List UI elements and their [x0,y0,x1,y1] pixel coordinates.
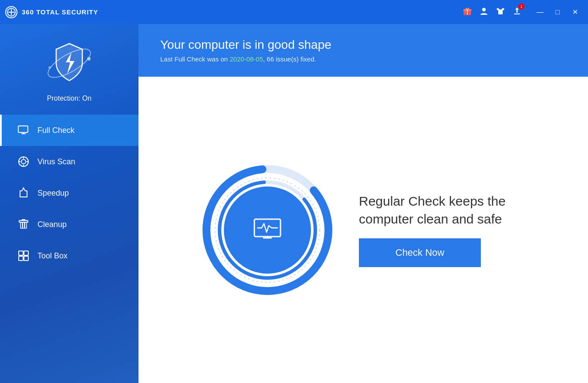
upload-badge: 1 [518,3,524,10]
app-title: 360 TOTAL SECURITY [22,8,98,16]
svg-point-10 [48,66,51,69]
svg-rect-7 [514,14,520,14]
cta-area: Regular Check keeps the computer clean a… [359,193,524,267]
upload-icon[interactable]: 1 [512,6,522,18]
header-banner: Your computer is in good shape Last Full… [139,24,588,77]
nav-label-speedup: Speedup [37,189,69,198]
header-subtitle: Last Full Check was on 2020-08-05, 66 is… [160,55,566,63]
svg-point-6 [482,8,486,11]
sidebar: Protection: On Full Check [0,24,139,383]
shield-logo [43,37,95,89]
virus-scan-icon [17,156,30,168]
header-subtitle-suffix: , 66 issue(s) fixed. [263,55,316,63]
svg-point-21 [23,188,24,189]
cleanup-icon [17,218,30,230]
nav-item-tool-box[interactable]: Tool Box [0,240,139,271]
title-bar: 360 TOTAL SECURITY [0,0,588,24]
content-area: Your computer is in good shape Last Full… [139,24,588,383]
shirt-icon[interactable] [496,6,505,18]
svg-rect-24 [23,222,24,228]
nav-label-cleanup: Cleanup [37,220,67,229]
svg-rect-28 [24,251,28,255]
protection-status: Protection: On [47,95,91,102]
nav-item-full-check[interactable]: Full Check [0,115,139,146]
main-layout: Protection: On Full Check [0,24,588,383]
nav-label-virus-scan: Virus Scan [37,157,75,166]
nav-label-tool-box: Tool Box [37,251,68,261]
nav-item-cleanup[interactable]: Cleanup [0,209,139,240]
gift-icon[interactable] [463,6,472,18]
svg-rect-29 [19,256,23,261]
svg-rect-25 [25,222,27,228]
toolbox-icon [17,250,30,262]
nav-item-virus-scan[interactable]: Virus Scan [0,146,139,177]
check-now-button[interactable]: Check Now [359,238,481,267]
chart-center [224,186,311,274]
close-button[interactable]: ✕ [567,4,583,20]
svg-rect-30 [24,256,28,261]
header-title: Your computer is in good shape [160,38,566,52]
app-logo [5,6,17,18]
nav-label-full-check: Full Check [37,126,74,135]
full-check-icon [17,124,30,136]
svg-rect-23 [20,222,22,228]
minimize-button[interactable]: — [532,4,548,20]
window-controls: — □ ✕ [532,4,583,20]
user-icon[interactable] [479,6,489,18]
main-content: Regular Check keeps the computer clean a… [139,77,588,383]
header-date: 2020-08-05 [230,55,263,63]
title-bar-actions: 1 — □ ✕ [463,4,583,20]
nav-list: Full Check Virus Scan [0,115,139,271]
check-chart [202,165,333,295]
header-subtitle-prefix: Last Full Check was on [160,55,230,63]
nav-item-speedup[interactable]: Speedup [0,177,139,209]
svg-point-15 [21,159,26,164]
speedup-icon [17,187,30,199]
app-title-area: 360 TOTAL SECURITY [5,6,98,18]
svg-point-9 [87,57,91,61]
svg-rect-27 [19,251,23,255]
cta-title: Regular Check keeps the computer clean a… [359,193,524,228]
svg-rect-11 [18,126,28,132]
maximize-button[interactable]: □ [550,4,565,20]
